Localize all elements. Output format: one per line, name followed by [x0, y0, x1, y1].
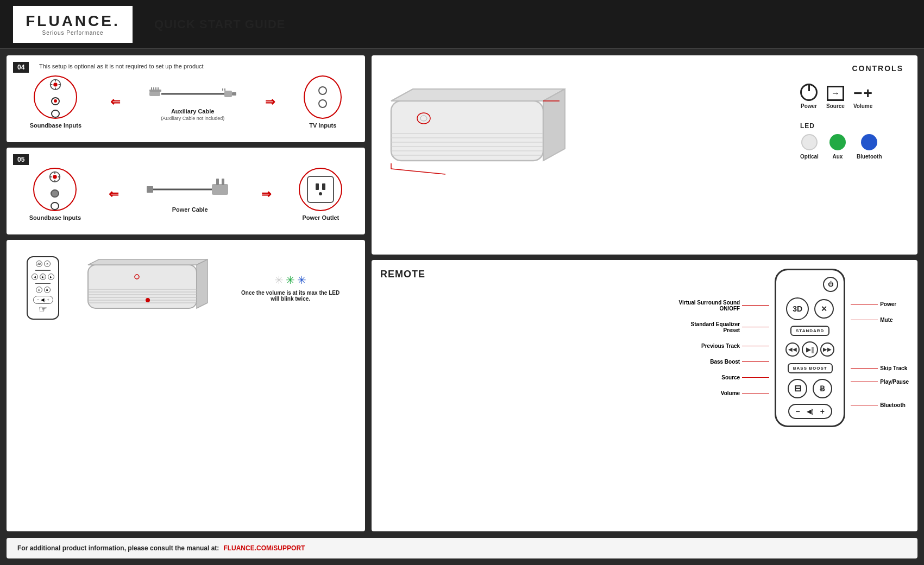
remote-mute-button[interactable]: ✕ — [814, 299, 834, 319]
remote-3d-button[interactable]: 3D — [786, 297, 809, 320]
remote-source-bt-row: ⊟ Ƀ — [782, 379, 838, 398]
remote-bass-btn[interactable]: BASS BOOST — [788, 363, 833, 373]
source-ctrl-icon: → — [827, 86, 844, 101]
main-content: 04 This setup is optional as it is not r… — [0, 49, 924, 538]
power-right-row: Power — [851, 301, 909, 307]
ctrl-power-group: Power — [800, 84, 818, 109]
mini-btn-4: ▶ — [40, 274, 46, 280]
outlet-inner — [307, 176, 334, 203]
remote-mini-row-4: − ◀) + — [33, 295, 53, 304]
svg-rect-13 — [224, 91, 232, 97]
remote-next-button[interactable]: ▶▶ — [820, 342, 834, 357]
bass-label: Bass Boost — [710, 359, 740, 365]
soundbase-inputs-04-label: Soundbase Inputs — [30, 122, 81, 129]
soundbase-inputs-05: Soundbase Inputs — [29, 168, 81, 221]
remote-volume-row: − ◀) + — [788, 404, 832, 419]
svg-rect-11 — [149, 90, 161, 92]
right-column: CONTROLS — [372, 55, 917, 531]
remote-labels-left: Virtual Surround SoundON/OFF Standard Eq… — [380, 289, 769, 396]
power-line — [808, 84, 810, 90]
led-aux-label: Aux — [832, 154, 843, 160]
tv-inputs-group: TV Inputs — [304, 75, 342, 129]
left-column: 04 This setup is optional as it is not r… — [7, 55, 365, 531]
rca-connector-icon-05 — [46, 169, 64, 185]
remote-play-button[interactable]: ▶‖ — [802, 341, 818, 358]
playpause-right-row: Play/Pause — [851, 379, 909, 385]
line-volume — [742, 393, 769, 393]
svg-line-51 — [391, 169, 445, 174]
rca-connector-icon — [47, 77, 64, 93]
line-prev — [742, 346, 769, 346]
skip-right-label: Skip Track — [880, 365, 907, 371]
vol-minus-icon: − — [853, 86, 862, 101]
remote-prev-button[interactable]: ◀◀ — [785, 342, 800, 357]
led-blink-group: ✳ ✳ ✳ Once the volume is at its max the … — [236, 274, 345, 302]
remote-bluetooth-button[interactable]: Ƀ — [813, 379, 832, 398]
ctrl-power-label: Power — [801, 103, 817, 109]
svg-point-18 — [53, 175, 57, 179]
line-mute-r — [851, 320, 878, 320]
footer-link[interactable]: FLUANCE.COM/SUPPORT — [223, 544, 305, 552]
remote-vol-speaker: ◀) — [807, 408, 814, 415]
remote-mini-row-1: 3D ✕ — [36, 261, 51, 267]
svg-marker-40 — [391, 89, 565, 101]
svg-marker-30 — [197, 259, 208, 308]
svg-rect-28 — [88, 265, 197, 308]
soundbase-inputs-05-label: Soundbase Inputs — [29, 214, 81, 221]
bt-right-label: Bluetooth — [880, 402, 906, 408]
remote-vol-plus[interactable]: + — [820, 407, 825, 416]
remote-body-center: ⏻ 3D ✕ STANDARD ◀◀ ▶‖ ▶▶ — [775, 269, 845, 523]
logo-sub: Serious Performance — [42, 30, 104, 36]
svg-rect-6 — [149, 92, 160, 96]
svg-rect-14 — [232, 92, 236, 96]
standard-label: Standard EqualizerPreset — [691, 321, 740, 333]
led-blink-row: ✳ ✳ ✳ — [274, 274, 306, 287]
led-optical: Optical — [800, 134, 819, 160]
tv-port-1 — [318, 86, 327, 95]
ctrl-volume-label: Volume — [853, 103, 872, 109]
power-cable-group: Power Cable — [147, 176, 234, 213]
source-label: Source — [721, 374, 740, 380]
remote-body: ⏻ 3D ✕ STANDARD ◀◀ ▶‖ ▶▶ — [775, 269, 845, 427]
soundbase-port-circle-04 — [34, 75, 77, 119]
remote-row-3d: 3D ✕ — [782, 297, 838, 320]
mute-right-label: Mute — [880, 317, 892, 323]
mute-right-row: Mute — [851, 317, 909, 323]
tv-inputs-circle — [304, 75, 342, 119]
step-06-content: 3D ✕ ◀ ▶ ▶ ⊟ Ƀ − ◀) + — [15, 249, 356, 321]
skip-right-row: Skip Track — [851, 365, 909, 371]
source-label-row: Source — [380, 374, 769, 380]
rca-port-white-05 — [51, 202, 59, 210]
arrow-right-04: ⇒ — [265, 95, 275, 109]
mini-divider-2 — [35, 283, 51, 284]
ctrl-volume-group: − + Volume — [853, 86, 872, 109]
outlet-slot-right — [322, 183, 325, 190]
power-ctrl-icon — [800, 84, 818, 101]
remote-vol-minus[interactable]: − — [796, 407, 800, 416]
aux-cable-icon — [149, 83, 236, 105]
remote-source-button[interactable]: ⊟ — [788, 379, 807, 398]
step-04-number: 04 — [13, 62, 29, 73]
tv-inputs-label: TV Inputs — [309, 122, 336, 129]
soundbase-device-illustration — [83, 254, 213, 321]
svg-rect-25 — [212, 184, 228, 195]
step-05-row: Soundbase Inputs ⇐ — [15, 156, 356, 221]
page-header: FLUANCE. Serious Performance QUICK START… — [0, 0, 924, 49]
rca-port-white-icon — [51, 110, 60, 118]
volume-symbols: − + — [853, 86, 872, 101]
virtual-label-row: Virtual Surround SoundON/OFF — [380, 300, 769, 312]
power-right-label: Power — [880, 301, 896, 307]
arrow-right-05: ⇒ — [261, 187, 271, 201]
remote-labels-right: Power Mute Skip Track Play/Pause Bl — [851, 269, 909, 523]
svg-marker-29 — [88, 259, 208, 265]
arrow-left-04: ⇐ — [110, 95, 120, 109]
mini-btn-1: 3D — [36, 261, 42, 267]
svg-point-38 — [146, 298, 150, 302]
svg-rect-39 — [391, 101, 543, 161]
line-bt-r — [851, 405, 878, 405]
step-05-card: 05 — [7, 148, 365, 234]
remote-standard-btn[interactable]: STANDARD — [790, 326, 829, 336]
mini-btn-6: ⊟ — [36, 287, 42, 293]
power-btn-row: ⏻ — [823, 277, 838, 292]
remote-power-button[interactable]: ⏻ — [823, 277, 838, 292]
